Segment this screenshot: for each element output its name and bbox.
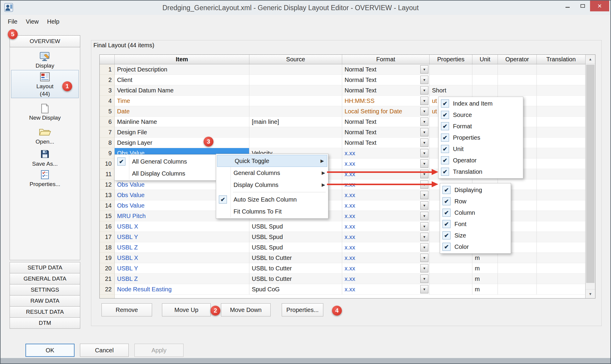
operator-cell[interactable] <box>498 284 537 295</box>
cancel-button[interactable]: Cancel <box>80 344 129 357</box>
format-dropdown-arrow-icon[interactable]: ▼ <box>420 191 428 199</box>
table-row[interactable]: 22Node Result EastingSpud CoGx.xx▼m <box>100 284 595 295</box>
translation-cell[interactable] <box>537 75 586 85</box>
column-header-source[interactable]: Source <box>249 55 342 64</box>
format-cell[interactable]: x.xx▼ <box>342 274 430 284</box>
translation-cell[interactable] <box>537 263 586 274</box>
properties-cell[interactable]: Short <box>430 85 472 96</box>
format-cell[interactable]: x.xx▼ <box>342 242 430 253</box>
menu-item-color[interactable]: ✔Color <box>440 241 511 252</box>
format-dropdown-arrow-icon[interactable]: ▼ <box>420 254 428 262</box>
translation-cell[interactable] <box>537 127 586 138</box>
row-number-cell[interactable]: 3 <box>100 85 115 96</box>
row-number-cell[interactable]: 1 <box>100 64 115 75</box>
row-number-cell[interactable]: 2 <box>100 75 115 85</box>
table-row[interactable]: 21USBL ZUSBL to Cutterx.xx▼m <box>100 274 595 284</box>
item-cell[interactable]: Design File <box>115 127 249 138</box>
menu-item-column[interactable]: ✔Column <box>440 207 511 218</box>
item-cell[interactable]: USBL Y <box>115 232 249 242</box>
source-cell[interactable] <box>249 138 342 148</box>
unit-cell[interactable] <box>472 75 498 85</box>
source-cell[interactable]: USBL Spud <box>249 221 342 232</box>
translation-cell[interactable] <box>537 232 586 242</box>
translation-cell[interactable] <box>537 159 586 169</box>
menu-item-format[interactable]: ✔Format <box>439 121 523 132</box>
unit-cell[interactable]: m <box>472 284 498 295</box>
format-cell[interactable]: x.xx▼ <box>342 159 430 169</box>
row-number-cell[interactable]: 8 <box>100 138 115 148</box>
row-number-cell[interactable]: 9 <box>100 148 115 159</box>
format-dropdown-arrow-icon[interactable]: ▼ <box>420 107 428 115</box>
format-cell[interactable]: Normal Text▼ <box>342 75 430 85</box>
item-cell[interactable]: Project Description <box>115 64 249 75</box>
table-row[interactable]: 3Vertical Datum NameNormal Text▼Short <box>100 85 595 96</box>
table-row[interactable]: 16USBL XUSBL Spudx.xx▼ <box>100 221 595 232</box>
sidebar-section-settings[interactable]: SETTINGS <box>10 284 80 296</box>
column-header-format[interactable]: Format <box>342 55 430 64</box>
format-cell[interactable]: x.xx▼ <box>342 284 430 295</box>
row-number-cell[interactable]: 7 <box>100 127 115 138</box>
source-cell[interactable] <box>249 64 342 75</box>
menu-item-index-and-item[interactable]: ✔Index and Item <box>439 98 523 109</box>
translation-cell[interactable] <box>537 85 586 96</box>
properties-cell[interactable] <box>430 75 472 85</box>
properties-cell[interactable] <box>430 64 472 75</box>
row-number-cell[interactable]: 6 <box>100 117 115 127</box>
sidebar-section-dtm[interactable]: DTM <box>10 317 80 329</box>
operator-cell[interactable] <box>498 64 537 75</box>
format-cell[interactable]: x.xx▼ <box>342 169 430 179</box>
translation-cell[interactable] <box>537 211 586 221</box>
ok-button[interactable]: OK <box>25 344 75 357</box>
format-dropdown-arrow-icon[interactable]: ▼ <box>420 86 428 95</box>
item-cell[interactable]: Time <box>115 96 249 106</box>
item-cell[interactable]: Vertical Datum Name <box>115 85 249 96</box>
sidebar-item-new-display[interactable]: New Display <box>11 102 79 121</box>
table-row[interactable]: 20USBL YUSBL to Cutterx.xx▼m <box>100 263 595 274</box>
row-number-cell[interactable]: 14 <box>100 200 115 211</box>
translation-cell[interactable] <box>537 106 586 117</box>
item-cell[interactable]: Date <box>115 106 249 117</box>
source-cell[interactable]: USBL to Cutter <box>249 263 342 274</box>
sidebar-section-raw-data[interactable]: RAW DATA <box>10 295 80 307</box>
format-cell[interactable]: Normal Text▼ <box>342 127 430 138</box>
format-cell[interactable]: HH:MM:SS▼ <box>342 96 430 106</box>
unit-cell[interactable] <box>472 64 498 75</box>
format-dropdown-arrow-icon[interactable]: ▼ <box>420 76 428 84</box>
table-row[interactable]: 13Obs Valuex.xx▼ <box>100 190 595 200</box>
column-header-index[interactable] <box>100 55 115 64</box>
source-cell[interactable] <box>249 75 342 85</box>
sidebar-section-setup-data[interactable]: SETUP DATA <box>10 262 80 273</box>
format-dropdown-arrow-icon[interactable]: ▼ <box>420 275 428 283</box>
menu-item-all-display-columns[interactable]: All Display Columns <box>115 167 216 179</box>
item-cell[interactable]: Client <box>115 75 249 85</box>
format-dropdown-arrow-icon[interactable]: ▼ <box>420 65 428 74</box>
format-dropdown-arrow-icon[interactable]: ▼ <box>420 128 428 136</box>
maximize-button[interactable] <box>575 1 590 11</box>
format-dropdown-arrow-icon[interactable]: ▼ <box>420 201 428 210</box>
row-number-cell[interactable]: 20 <box>100 263 115 274</box>
format-cell[interactable]: x.xx▼ <box>342 221 430 232</box>
format-dropdown-arrow-icon[interactable]: ▼ <box>420 97 428 105</box>
close-button[interactable]: × <box>590 1 609 11</box>
source-cell[interactable] <box>249 106 342 117</box>
source-cell[interactable]: USBL Spud <box>249 232 342 242</box>
operator-cell[interactable] <box>498 274 537 284</box>
item-cell[interactable]: Node Result Easting <box>115 284 249 295</box>
source-cell[interactable]: USBL to Cutter <box>249 274 342 284</box>
source-cell[interactable]: USBL to Cutter <box>249 253 342 263</box>
table-row[interactable]: 15MRU PitchVRU Ladderx.xx▼ <box>100 211 595 221</box>
translation-cell[interactable] <box>537 200 586 211</box>
format-cell[interactable]: x.xx▼ <box>342 200 430 211</box>
row-number-cell[interactable]: 13 <box>100 190 115 200</box>
column-header-item[interactable]: Item <box>115 55 249 64</box>
translation-cell[interactable] <box>537 169 586 179</box>
source-cell[interactable]: Spud CoG <box>249 284 342 295</box>
source-cell[interactable] <box>249 96 342 106</box>
properties-cell[interactable] <box>430 263 472 274</box>
properties-cell[interactable] <box>430 284 472 295</box>
sidebar-section-result-data[interactable]: RESULT DATA <box>10 306 80 318</box>
menu-view[interactable]: View <box>22 15 43 28</box>
source-cell[interactable] <box>249 127 342 138</box>
unit-cell[interactable] <box>472 85 498 96</box>
menu-item-all-general-columns[interactable]: ✔All General Columns <box>115 156 216 167</box>
